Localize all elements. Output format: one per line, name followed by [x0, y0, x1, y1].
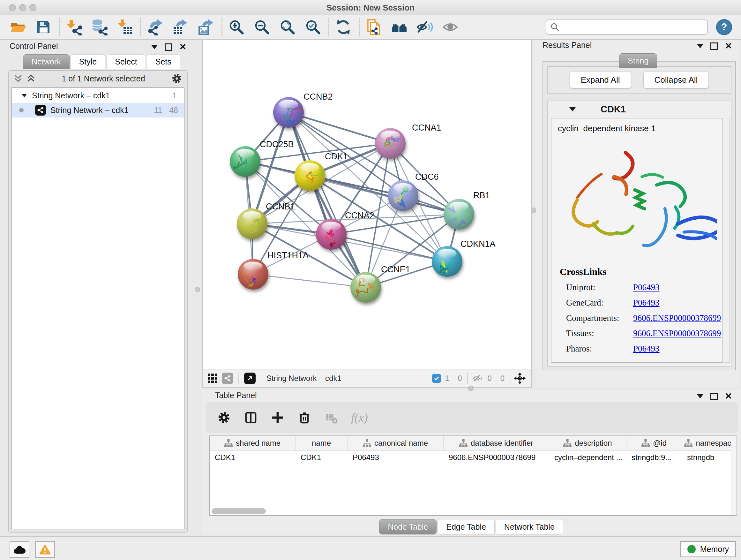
- birds-eye-view-icon[interactable]: [208, 374, 217, 383]
- network-label: String Network – cdk1: [51, 106, 129, 115]
- cloud-status-button[interactable]: [10, 541, 29, 558]
- panel-menu-icon[interactable]: [697, 44, 703, 48]
- cell-id: stringdb:9...: [626, 450, 682, 464]
- table-settings-gear-icon[interactable]: [217, 411, 231, 425]
- show-eye-icon[interactable]: [441, 18, 459, 36]
- tab-string[interactable]: String: [619, 53, 657, 68]
- column-header-canonical-name[interactable]: canonical name: [347, 436, 444, 450]
- crosslink-link[interactable]: P06493: [633, 298, 660, 308]
- network-node-CCNA1[interactable]: CCNA1: [375, 123, 441, 159]
- show-columns-icon[interactable]: [244, 411, 258, 425]
- horizontal-splitter-handle[interactable]: [468, 386, 474, 391]
- network-type-icon: [35, 105, 46, 116]
- zoom-in-icon[interactable]: [227, 18, 246, 36]
- panel-close-icon[interactable]: ✕: [725, 42, 732, 51]
- memory-button[interactable]: Memory: [680, 541, 736, 557]
- panel-menu-icon[interactable]: [697, 394, 703, 398]
- network-node-RB1[interactable]: RB1: [444, 191, 490, 230]
- table-horizontal-scrollbar[interactable]: [212, 508, 266, 514]
- crosslink-link[interactable]: 9606.ENSP00000378699: [633, 313, 721, 323]
- save-session-icon[interactable]: [35, 18, 52, 36]
- pan-crosshair-icon[interactable]: [514, 372, 526, 385]
- network-share-icon[interactable]: [222, 373, 233, 384]
- add-column-icon[interactable]: [271, 411, 285, 425]
- search-input[interactable]: [560, 22, 703, 32]
- detach-view-icon[interactable]: [244, 373, 256, 384]
- home-networks-icon[interactable]: [390, 18, 408, 36]
- import-network-from-database-icon[interactable]: [90, 18, 108, 36]
- search-field[interactable]: [546, 19, 708, 35]
- table-panel-title: Table Panel: [215, 391, 257, 400]
- table-toolbar: f(x): [205, 402, 738, 433]
- apply-layout-icon[interactable]: [334, 18, 352, 36]
- zoom-selected-icon[interactable]: [304, 18, 322, 36]
- collapse-all-icon[interactable]: [26, 74, 36, 83]
- column-header-database-identifier[interactable]: database identifier: [444, 436, 549, 450]
- control-panel-title: Control Panel: [10, 42, 58, 51]
- panel-float-icon[interactable]: [711, 393, 718, 400]
- tab-network-table[interactable]: Network Table: [495, 519, 563, 535]
- panel-close-icon[interactable]: ✕: [179, 43, 186, 51]
- network-collection-row[interactable]: String Network – cdk1 1: [12, 88, 184, 103]
- panel-float-icon[interactable]: [165, 44, 172, 51]
- import-network-icon[interactable]: [65, 18, 83, 36]
- tab-edge-table[interactable]: Edge Table: [437, 519, 495, 535]
- export-image-icon[interactable]: [197, 18, 215, 36]
- import-table-icon[interactable]: [116, 18, 134, 36]
- expand-all-icon[interactable]: [13, 74, 23, 83]
- table-vertical-scrollbar[interactable]: [731, 436, 737, 515]
- tab-sets[interactable]: Sets: [147, 54, 180, 69]
- network-row[interactable]: String Network – cdk1 11 48: [12, 103, 184, 118]
- delete-column-icon[interactable]: [297, 411, 312, 425]
- panel-menu-icon[interactable]: [151, 45, 158, 49]
- duplicate-network-icon[interactable]: [365, 18, 383, 36]
- network-edge[interactable]: [288, 112, 390, 143]
- expand-all-button[interactable]: Expand All: [569, 71, 631, 88]
- hidden-counts: 0 – 0: [488, 374, 504, 383]
- column-header-shared-name[interactable]: shared name: [210, 436, 295, 450]
- network-node-HIST1H1A[interactable]: HIST1H1A: [238, 251, 309, 290]
- cell-namespace: stringdb: [682, 450, 737, 464]
- protein-section-header[interactable]: CDK1: [548, 101, 731, 117]
- current-network-dot-icon: [19, 108, 23, 112]
- tab-style[interactable]: Style: [71, 54, 106, 69]
- export-table-icon[interactable]: [172, 18, 190, 36]
- panel-close-icon[interactable]: ✕: [725, 392, 732, 401]
- gear-icon[interactable]: [171, 73, 183, 84]
- crosslink-label: Compartments:: [560, 313, 633, 323]
- network-node-CCNB1[interactable]: CCNB1: [237, 202, 295, 239]
- crosslink-link[interactable]: P06493: [633, 283, 660, 293]
- selected-checkbox-icon[interactable]: [432, 374, 441, 383]
- hide-panel-eye-icon[interactable]: [416, 18, 434, 36]
- panel-float-icon[interactable]: [711, 43, 718, 50]
- network-canvas[interactable]: CCNB2CCNA1CDC25BCDK1CDC6RB1CCNB1CCNA2CDK…: [203, 40, 531, 369]
- tab-node-table[interactable]: Node Table: [379, 519, 436, 535]
- protein-details: cyclin–dependent kinase 1: [551, 118, 723, 363]
- left-splitter-handle[interactable]: [195, 287, 200, 292]
- zoom-fit-icon[interactable]: [279, 18, 296, 36]
- tab-network[interactable]: Network: [23, 54, 70, 69]
- section-collapse-icon[interactable]: [569, 107, 576, 111]
- protein-description: cyclin–dependent kinase 1: [551, 118, 723, 133]
- zoom-out-icon[interactable]: [253, 18, 271, 36]
- network-node-CCNE1[interactable]: CCNE1: [350, 265, 410, 303]
- export-network-icon[interactable]: [146, 18, 164, 36]
- results-scrollbar[interactable]: [724, 118, 730, 363]
- network-node-CDKN1A[interactable]: CDKN1A: [432, 239, 495, 277]
- crosslink-link[interactable]: 9606.ENSP00000378699: [633, 328, 721, 338]
- column-header-id[interactable]: @id: [626, 436, 682, 450]
- column-header-name[interactable]: name: [295, 436, 347, 450]
- table-row[interactable]: CDK1 CDK1 P06493 9606.ENSP00000378699 cy…: [210, 450, 737, 464]
- column-header-description[interactable]: description: [549, 436, 626, 450]
- tree-expand-icon[interactable]: [22, 94, 27, 98]
- network-edge[interactable]: [253, 274, 366, 287]
- open-session-icon[interactable]: [9, 18, 27, 36]
- tab-select[interactable]: Select: [106, 54, 145, 69]
- crosslink-link[interactable]: P06493: [633, 344, 660, 354]
- network-view-title: String Network – cdk1: [266, 374, 341, 383]
- warnings-button[interactable]: [35, 541, 55, 558]
- collapse-all-button[interactable]: Collapse All: [643, 71, 709, 88]
- column-header-namespace[interactable]: namespace: [682, 436, 737, 450]
- help-button[interactable]: ?: [716, 19, 732, 35]
- right-splitter-handle[interactable]: [531, 207, 536, 213]
